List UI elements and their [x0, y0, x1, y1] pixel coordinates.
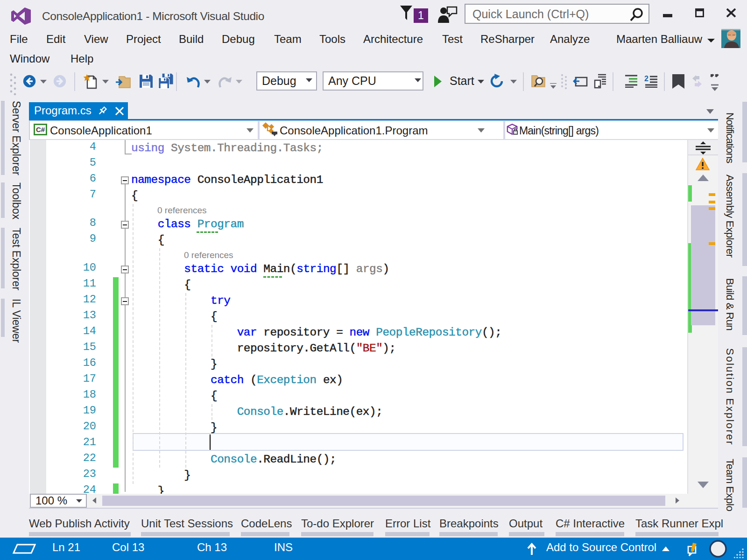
svg-text:C#: C# [36, 126, 45, 133]
svg-text:2: 2 [644, 75, 648, 83]
